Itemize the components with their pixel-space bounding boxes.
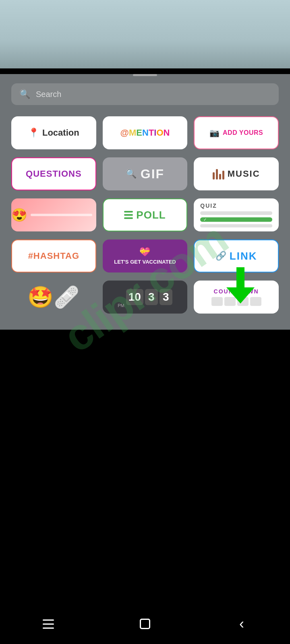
nav-home-button[interactable] bbox=[129, 614, 161, 634]
quiz-option bbox=[200, 224, 272, 228]
nav-back-button[interactable]: ‹ bbox=[226, 614, 258, 634]
vaccinated-heart-icon: 💝 bbox=[139, 247, 150, 257]
clock-min2: 3 bbox=[160, 289, 172, 305]
poll-line bbox=[124, 214, 133, 216]
countdown-label: COUNTDOWN bbox=[214, 288, 259, 295]
countdown-box bbox=[224, 297, 236, 306]
back-chevron-icon: ‹ bbox=[239, 615, 244, 632]
bandaid-icon: 🤩🩹 bbox=[27, 287, 80, 308]
clock-min1: 3 bbox=[145, 289, 158, 305]
poll-label: POLL bbox=[136, 209, 166, 221]
gif-inner: 🔍 GIF bbox=[126, 167, 164, 182]
sticker-poll[interactable]: POLL bbox=[103, 198, 188, 231]
countdown-box bbox=[250, 297, 261, 306]
gif-label: GIF bbox=[141, 167, 164, 182]
countdown-boxes bbox=[211, 297, 261, 306]
sticker-grid-row1: 📍 Location @MENTION 📷 ADD YOURS bbox=[0, 116, 290, 157]
sticker-location[interactable]: 📍 Location bbox=[11, 116, 96, 149]
quiz-label: QUIZ bbox=[200, 202, 217, 209]
hashtag-label: #HASHTAG bbox=[28, 251, 79, 261]
sticker-sheet: 🔍 Search 📍 Location @MENTION 📷 ADD YOURS… bbox=[0, 74, 290, 330]
vaccinated-label: LET'S GET VACCINATED bbox=[114, 259, 176, 265]
sticker-add-yours[interactable]: 📷 ADD YOURS bbox=[194, 116, 279, 149]
sticker-emoji-slider[interactable]: 😍 bbox=[11, 198, 96, 231]
sticker-music[interactable]: MUSIC bbox=[194, 157, 279, 190]
countdown-box bbox=[211, 297, 223, 306]
poll-line bbox=[124, 211, 133, 213]
sticker-grid-row3: 😍 POLL QUIZ ✓ bbox=[0, 198, 290, 239]
add-yours-label: ADD YOURS bbox=[223, 129, 263, 136]
link-label: LINK bbox=[230, 250, 257, 262]
sticker-countdown[interactable]: COUNTDOWN bbox=[194, 281, 279, 314]
search-bar[interactable]: 🔍 Search bbox=[11, 83, 279, 105]
quiz-option bbox=[200, 211, 272, 215]
status-bar bbox=[0, 0, 290, 68]
countdown-box bbox=[237, 297, 249, 306]
gif-search-icon: 🔍 bbox=[126, 169, 137, 179]
sticker-bandaid[interactable]: 🤩🩹 bbox=[11, 281, 96, 314]
sticker-quiz[interactable]: QUIZ ✓ bbox=[194, 198, 279, 231]
music-bar bbox=[213, 172, 215, 180]
clock-hour: 10 bbox=[126, 289, 143, 305]
music-label: MUSIC bbox=[228, 169, 260, 179]
sticker-clock[interactable]: PM 10 3 3 bbox=[103, 281, 188, 314]
sticker-grid-row5: 🤩🩹 PM 10 3 3 COUNTDOWN bbox=[0, 281, 290, 322]
bottom-nav: ‹ bbox=[0, 604, 290, 644]
home-square-icon bbox=[140, 619, 150, 629]
music-bar bbox=[219, 174, 221, 180]
mention-text: @MENTION bbox=[120, 128, 170, 138]
link-chain-icon: 🔗 bbox=[215, 251, 226, 261]
music-bar bbox=[216, 169, 218, 180]
poll-lines-icon bbox=[124, 211, 133, 219]
nav-menu-button[interactable] bbox=[32, 614, 64, 634]
sticker-grid-row2: QUESTIONS 🔍 GIF MUSIC bbox=[0, 157, 290, 198]
music-bar bbox=[222, 171, 224, 180]
quiz-option-selected: ✓ bbox=[200, 217, 272, 222]
menu-lines-icon bbox=[43, 619, 54, 629]
sticker-mention[interactable]: @MENTION bbox=[103, 116, 188, 149]
questions-label: QUESTIONS bbox=[26, 169, 82, 179]
emoji-face-icon: 😍 bbox=[11, 207, 27, 223]
poll-line bbox=[124, 217, 133, 219]
sticker-questions[interactable]: QUESTIONS bbox=[11, 157, 96, 190]
location-pin-icon: 📍 bbox=[28, 128, 39, 138]
menu-line bbox=[43, 619, 54, 621]
sticker-link[interactable]: 🔗 LINK bbox=[194, 239, 279, 272]
quiz-check-icon: ✓ bbox=[203, 217, 207, 222]
menu-line bbox=[43, 627, 54, 629]
sticker-hashtag[interactable]: #HASHTAG bbox=[11, 239, 96, 272]
emoji-slider-bar bbox=[31, 214, 92, 216]
music-bars-icon bbox=[213, 168, 224, 180]
drag-handle[interactable] bbox=[133, 74, 157, 76]
search-icon: 🔍 bbox=[19, 89, 30, 99]
search-input[interactable]: Search bbox=[36, 90, 61, 99]
camera-icon: 📷 bbox=[209, 128, 220, 138]
sticker-vaccinated[interactable]: 💝 LET'S GET VACCINATED bbox=[103, 239, 188, 272]
clock-pm: PM bbox=[118, 303, 124, 308]
sticker-gif[interactable]: 🔍 GIF bbox=[103, 157, 188, 190]
sticker-grid-row4: #HASHTAG 💝 LET'S GET VACCINATED 🔗 LINK bbox=[0, 239, 290, 281]
menu-line bbox=[43, 623, 54, 625]
location-label: Location bbox=[42, 128, 79, 138]
